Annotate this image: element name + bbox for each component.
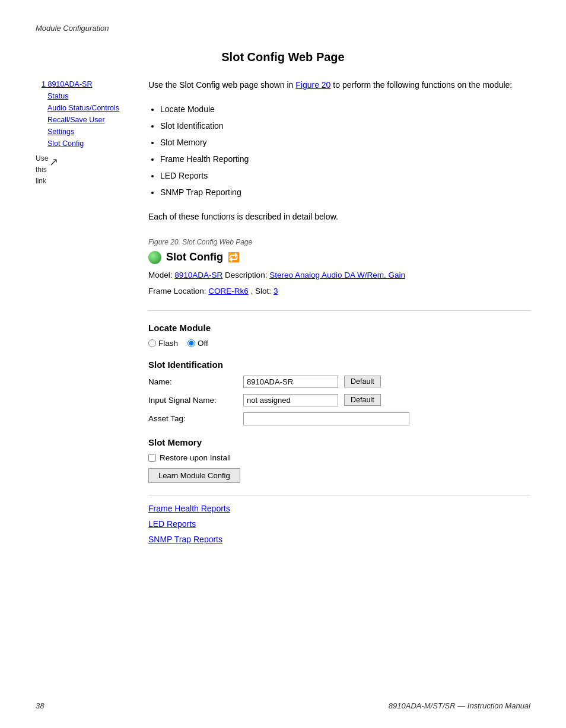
description-link[interactable]: Stereo Analog Audio DA W/Rem. Gain bbox=[269, 271, 405, 279]
bullet-frame-health: Frame Health Reporting bbox=[160, 151, 530, 167]
sidebar-link-settings[interactable]: Settings bbox=[36, 126, 131, 138]
name-input[interactable] bbox=[243, 376, 338, 388]
flash-radio[interactable] bbox=[148, 339, 156, 347]
off-radio[interactable] bbox=[187, 339, 195, 347]
off-radio-label[interactable]: Off bbox=[187, 339, 208, 348]
links-section: Frame Health Reports LED Reports SNMP Tr… bbox=[148, 504, 530, 544]
bullet-led-reports: LED Reports bbox=[160, 167, 530, 184]
input-signal-default-button[interactable]: Default bbox=[344, 394, 381, 406]
name-default-button[interactable]: Default bbox=[344, 376, 381, 387]
model-line: Model: 8910ADA-SR Description: Stereo An… bbox=[148, 269, 530, 282]
restore-checkbox-row: Restore upon Install bbox=[148, 453, 530, 462]
slot-config-box: Slot Config 🔁 Model: 8910ADA-SR Descript… bbox=[148, 251, 530, 298]
sidebar-link-status[interactable]: Status bbox=[36, 90, 131, 102]
input-signal-input[interactable] bbox=[243, 394, 338, 406]
sidebar: 1 8910ADA-SR Status Audio Status/Control… bbox=[36, 78, 131, 550]
right-content: Use the Slot Config web page shown in Fi… bbox=[148, 78, 530, 550]
slot-id-heading: Slot Identification bbox=[148, 360, 530, 370]
frame-location-link[interactable]: CORE-Rk6 bbox=[208, 287, 249, 295]
asset-tag-input[interactable] bbox=[243, 412, 409, 425]
restore-label: Restore upon Install bbox=[160, 453, 231, 462]
asset-tag-row: Asset Tag: bbox=[148, 412, 530, 425]
sidebar-annotation: Use this link bbox=[36, 153, 48, 187]
sidebar-link-slot-config[interactable]: Slot Config bbox=[36, 138, 131, 150]
status-green-circle bbox=[148, 251, 161, 264]
input-signal-label: Input Signal Name: bbox=[148, 396, 237, 405]
refresh-icon[interactable]: 🔁 bbox=[228, 252, 240, 263]
slot-value-link[interactable]: 3 bbox=[274, 287, 278, 295]
figure-caption: Figure 20. Slot Config Web Page bbox=[148, 238, 530, 246]
frame-location-line: Frame Location: CORE-Rk6 , Slot: 3 bbox=[148, 285, 530, 298]
sidebar-link-recall-save[interactable]: Recall/Save User bbox=[36, 114, 131, 126]
detail-text: Each of these functions is described in … bbox=[148, 210, 530, 223]
name-label: Name: bbox=[148, 377, 237, 386]
snmp-trap-reports-link[interactable]: SNMP Trap Reports bbox=[148, 535, 530, 544]
slot-config-title: Slot Config bbox=[166, 251, 223, 263]
page-footer: 38 8910ADA-M/ST/SR — Instruction Manual bbox=[36, 701, 530, 710]
intro-paragraph: Use the Slot Config web page shown in Fi… bbox=[148, 78, 530, 91]
off-label: Off bbox=[198, 339, 208, 348]
slot-id-table: Name: Default Input Signal Name: Default… bbox=[148, 376, 530, 425]
figure20-link[interactable]: Figure 20 bbox=[295, 80, 330, 90]
footer-page-number: 38 bbox=[36, 701, 44, 710]
bullet-slot-identification: Slot Identification bbox=[160, 117, 530, 134]
page-header: Module Configuration bbox=[36, 24, 530, 33]
feature-list: Locate Module Slot Identification Slot M… bbox=[160, 101, 530, 201]
frame-health-reports-link[interactable]: Frame Health Reports bbox=[148, 504, 530, 513]
learn-module-config-button[interactable]: Learn Module Config bbox=[148, 468, 240, 483]
asset-tag-label: Asset Tag: bbox=[148, 414, 237, 423]
slot-memory-section: Slot Memory Restore upon Install Learn M… bbox=[148, 437, 530, 495]
led-reports-link[interactable]: LED Reports bbox=[148, 519, 530, 529]
sidebar-link-8910ada-sr[interactable]: 1 8910ADA-SR bbox=[36, 78, 131, 90]
model-link[interactable]: 8910ADA-SR bbox=[174, 271, 222, 279]
bullet-locate-module: Locate Module bbox=[160, 101, 530, 117]
flash-label: Flash bbox=[158, 339, 178, 348]
bullet-slot-memory: Slot Memory bbox=[160, 134, 530, 151]
sidebar-link-audio-status[interactable]: Audio Status/Controls bbox=[36, 102, 131, 114]
slot-memory-heading: Slot Memory bbox=[148, 437, 530, 447]
name-row: Name: Default bbox=[148, 376, 530, 388]
footer-manual-title: 8910ADA-M/ST/SR — Instruction Manual bbox=[389, 701, 530, 710]
locate-module-controls: Flash Off bbox=[148, 339, 530, 348]
input-signal-row: Input Signal Name: Default bbox=[148, 394, 530, 406]
flash-radio-label[interactable]: Flash bbox=[148, 339, 178, 348]
bullet-snmp-trap: SNMP Trap Reporting bbox=[160, 184, 530, 201]
restore-checkbox[interactable] bbox=[148, 454, 156, 462]
page-title: Slot Config Web Page bbox=[36, 50, 530, 64]
locate-module-heading: Locate Module bbox=[148, 323, 530, 333]
